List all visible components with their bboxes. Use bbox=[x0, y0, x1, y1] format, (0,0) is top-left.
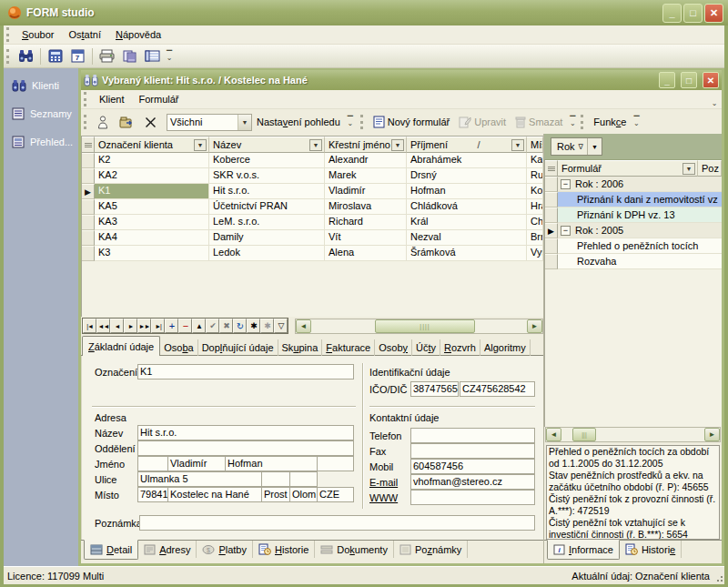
client-row[interactable]: KA3LeM. s.r.o.RichardKrálCheb bbox=[82, 215, 543, 230]
menu-napoveda[interactable]: Nápověda bbox=[108, 26, 168, 43]
view-settings-button[interactable]: Nastavení pohledu bbox=[252, 113, 345, 131]
toolbar-grip[interactable] bbox=[6, 49, 11, 64]
form-group-row[interactable]: −Rok : 2006 bbox=[544, 177, 722, 192]
client-maximize-button[interactable]: □ bbox=[681, 72, 697, 88]
menubar-grip[interactable] bbox=[6, 27, 11, 42]
nazev-field[interactable]: Hit s.r.o. bbox=[137, 425, 354, 440]
nav-cancel-button[interactable]: ✖ bbox=[219, 319, 233, 333]
client-close-button[interactable]: ✕ bbox=[703, 72, 719, 88]
telefon-field[interactable] bbox=[410, 428, 535, 443]
forms-hscrollbar[interactable]: ◄ ||| ► bbox=[545, 427, 721, 442]
group-rok-button[interactable]: Rok∇ ▼ bbox=[551, 137, 602, 156]
scroll-right-icon[interactable]: ► bbox=[527, 319, 542, 333]
scroll-right-icon[interactable]: ► bbox=[704, 428, 720, 441]
menu-klient[interactable]: Klient bbox=[92, 91, 132, 107]
tab-rozvrh[interactable]: Rozvrh bbox=[440, 339, 480, 356]
nav-edit-button[interactable]: ▲ bbox=[192, 319, 206, 333]
tab-fakturace[interactable]: Fakturace bbox=[322, 339, 375, 356]
form-row[interactable]: Přiznání k DPH vz. 13 bbox=[544, 207, 722, 223]
scroll-thumb[interactable]: ||| bbox=[572, 428, 596, 441]
delete-client-button[interactable] bbox=[138, 112, 163, 132]
collapse-icon[interactable]: − bbox=[561, 226, 571, 236]
toolbar-overflow-chevron[interactable]: ▔⌄ bbox=[164, 46, 175, 66]
scroll-thumb[interactable]: |||| bbox=[375, 319, 475, 333]
nav-post-button[interactable]: ✔ bbox=[206, 319, 219, 333]
prijmeni-field[interactable]: Hofman bbox=[225, 456, 318, 471]
sidebar-item-seznamy[interactable]: Seznamy bbox=[4, 107, 78, 120]
view-filter-combo[interactable]: Všichni ▼ bbox=[167, 114, 252, 131]
column-header-formular[interactable]: Formulář▼ bbox=[558, 160, 698, 177]
nav-search-button[interactable]: ✱ bbox=[247, 319, 260, 333]
column-dropdown-icon[interactable]: ▼ bbox=[194, 139, 207, 151]
oddeleni-field[interactable] bbox=[137, 440, 354, 456]
mobil-field[interactable]: 604587456 bbox=[410, 459, 535, 474]
tab-historie-right[interactable]: Historie bbox=[620, 541, 682, 558]
nav-filter-button[interactable]: ▽ bbox=[274, 319, 288, 333]
calculator-button[interactable] bbox=[44, 46, 66, 66]
tab-historie[interactable]: Historie bbox=[253, 541, 315, 558]
nav-next-button[interactable]: ► bbox=[124, 319, 137, 333]
grid-corner-icon[interactable] bbox=[545, 160, 558, 177]
maximize-button[interactable]: □ bbox=[683, 4, 703, 23]
copy-book-button[interactable] bbox=[118, 46, 141, 66]
resize-grip[interactable] bbox=[714, 573, 723, 582]
client-toolbar-grip2[interactable] bbox=[360, 115, 365, 129]
tab-dokumenty[interactable]: Dokumenty bbox=[315, 541, 394, 558]
psc-field[interactable]: 79841 bbox=[137, 487, 168, 502]
titul-za-field[interactable] bbox=[317, 456, 354, 471]
scroll-left-icon[interactable]: ◄ bbox=[546, 428, 561, 441]
column-header-misto[interactable]: Místo bbox=[527, 137, 543, 153]
client-row[interactable]: K3LedokAlenaŠrámkováVyšk bbox=[82, 246, 543, 261]
nav-first-button[interactable]: |◄ bbox=[83, 319, 96, 333]
column-header-oznaceni[interactable]: Označení klienta▼ bbox=[95, 137, 209, 153]
client-menubar-grip[interactable] bbox=[84, 92, 88, 106]
ulice-field[interactable]: Ulmanka 5 bbox=[137, 471, 262, 487]
client-row[interactable]: KA4DamilyVítNezvalBrno bbox=[82, 230, 543, 246]
close-button[interactable]: ✕ bbox=[704, 4, 723, 23]
client-minimize-button[interactable]: _ bbox=[659, 72, 675, 88]
rok-dropdown-icon[interactable]: ▼ bbox=[587, 138, 602, 155]
jmeno-field[interactable]: Vladimír bbox=[167, 456, 226, 471]
client-row[interactable]: K2KoberceAlexandrAbrahámekKarv bbox=[82, 153, 543, 168]
client-toolbar-chevron1[interactable]: ▔⌄ bbox=[345, 112, 356, 132]
column-dropdown-icon[interactable]: ▼ bbox=[511, 139, 524, 151]
www-field[interactable] bbox=[410, 490, 535, 505]
column-dropdown-icon[interactable]: ▼ bbox=[682, 163, 695, 175]
clients-binoculars-button[interactable] bbox=[15, 46, 37, 66]
titul-field[interactable] bbox=[137, 456, 168, 471]
form-row-selected[interactable]: Přiznání k dani z nemovitostí vz bbox=[544, 192, 722, 207]
forms-calendar-button[interactable]: 7 bbox=[66, 46, 89, 66]
list-button[interactable] bbox=[141, 46, 164, 66]
client-row-selected[interactable]: ▶K1Hit s.r.o.VladimírHofmanKost bbox=[82, 184, 543, 199]
column-header-prijmeni[interactable]: Příjmení/▼ bbox=[407, 137, 527, 153]
tab-detail[interactable]: Detail bbox=[84, 540, 138, 560]
client-menubar-chevron[interactable]: ⌄ bbox=[709, 94, 720, 114]
funkce-grip[interactable] bbox=[581, 115, 585, 129]
grid-hscrollbar[interactable]: ◄ |||| ► bbox=[295, 319, 543, 334]
nav-last-button[interactable]: ►| bbox=[151, 319, 165, 333]
tab-zakladni-udaje[interactable]: Základní údaje bbox=[82, 336, 160, 356]
collapse-icon[interactable]: − bbox=[561, 179, 571, 189]
grid-corner-icon[interactable] bbox=[82, 137, 95, 153]
sidebar-item-klienti[interactable]: Klienti bbox=[4, 79, 78, 92]
tab-poznamky[interactable]: Poznámky bbox=[394, 541, 468, 558]
minimize-button[interactable]: _ bbox=[662, 4, 682, 23]
okres-field[interactable]: Prost bbox=[261, 487, 290, 502]
menu-ostatni[interactable]: Ostatní bbox=[61, 26, 107, 43]
mesto-field[interactable]: Kostelec na Hané bbox=[167, 487, 262, 502]
stat-field[interactable]: CZE bbox=[317, 487, 354, 502]
tab-skupina[interactable]: Skupina bbox=[278, 339, 323, 356]
tab-platby[interactable]: $ Platby bbox=[197, 541, 253, 558]
tab-informace[interactable]: i Informace bbox=[547, 540, 620, 560]
nav-insert-button[interactable]: + bbox=[165, 319, 178, 333]
kraj-field[interactable]: Olom bbox=[289, 487, 318, 502]
nav-refresh-button[interactable]: ↻ bbox=[233, 319, 247, 333]
nav-delete-button[interactable]: − bbox=[178, 319, 192, 333]
client-toolbar-grip[interactable] bbox=[84, 115, 88, 129]
nav-prior-page-button[interactable]: ◄◄ bbox=[96, 319, 110, 333]
delete-form-button[interactable]: Smazat bbox=[511, 113, 567, 131]
funkce-button[interactable]: Funkce bbox=[589, 113, 631, 131]
funkce-chevron[interactable]: ▔⌄ bbox=[631, 112, 642, 132]
client-row[interactable]: KA2SKR v.o.s.MarekDrsnýRudn bbox=[82, 168, 543, 184]
client-toolbar-chevron2[interactable]: ▔⌄ bbox=[567, 112, 578, 132]
